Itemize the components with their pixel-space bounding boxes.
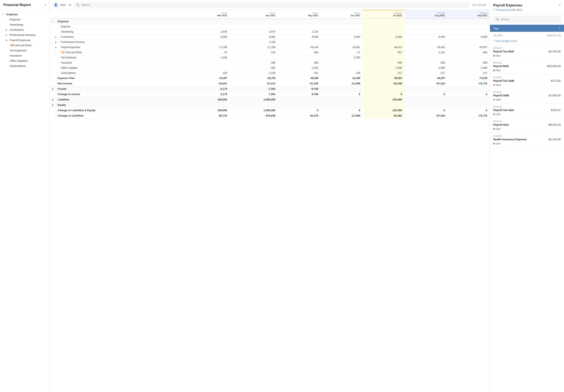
sidebar-item-subscriptions[interactable]: ≡ Subscriptions [0,63,49,69]
table-row-expense-section[interactable]: ▾ ≡ Expense [50,19,490,24]
sidebar-item-office-supplies[interactable]: ≡ Office Supplies [0,58,49,63]
sidebar-item-professional-services[interactable]: ▶ ≡ Professional Services [0,32,49,38]
row-label-text: Equity [58,103,66,106]
item-label: Insurance [10,54,22,57]
sidebar-item-food-drink[interactable]: ≡ 🍕 Food and Drink [0,43,49,48]
table-row-advertising-row[interactable]: ≡ Advertising -2,635-2,874-2,134 [50,29,490,34]
sidebar-item-contractors[interactable]: ▶ ≡ Contractors [0,27,49,32]
expand-icon[interactable]: ▾ [52,20,55,23]
expand-icon[interactable]: ▶ [6,29,9,31]
row-label-text: Assets [58,87,67,90]
table-row-change-cashflow-row[interactable]: ≡ Change in Cashflow 80,733976,049-42,47… [50,113,490,118]
row-label-payroll-expenses-row: ▶ ≡ Payroll Expenses [50,45,188,50]
transaction-item-6[interactable]: 07/31/21 Health Insurance Expense -$2,10… [490,133,564,147]
table-row-tax-expenses-row[interactable]: ≡ Tax Expenses -1,600-2,000 [50,55,490,60]
item-label: Contractors [10,28,24,31]
cell-change-cashflow-row-col0: 80,733 [188,113,230,118]
search-bar[interactable]: 🔍 Search [74,2,470,8]
table-row-assets-row[interactable]: ▶ ≡ Assets -5,174-7,363-8,756 [50,86,490,92]
row-label-expense-child-row: ≡ Expense [50,24,188,29]
table-row-contractors-row[interactable]: ▶ ≡ Contractors -8,000-8,000-6,000-2,000… [50,34,490,40]
table-row-equity-row[interactable]: ▶ ≡ Equity [50,102,490,108]
panel-close-button[interactable]: × [559,3,561,7]
table-row-insurance-row[interactable]: ≡ Insurance -595-595-595-595-595 [50,60,490,65]
panel-date-amount: -$46,812.50 [547,34,561,37]
drag-handle: ≡ [56,88,57,90]
col-header-aug2021[interactable]: PlannedAug 2021 [405,10,447,19]
transaction-item-0[interactable]: 07/31/21 Payroll Tax R&D -$2,375.00 R&D [490,45,564,59]
item-icon: 🍕 [10,44,13,47]
table-row-professional-services-row[interactable]: ▶ ≡ Professional Services -2,100 [50,40,490,45]
cell-net-income-row-col2: -51,235 [278,81,321,86]
table-row-change-assets-row[interactable]: ≡ Change in Assets 5,1747,3638,7560000 [50,92,490,97]
table-row-office-supplies-row[interactable]: ≡ Office Supplies -982-3,282-2,000-2,000… [50,65,490,70]
cell-professional-services-row-col0 [188,40,230,45]
table-row-expense-child-row[interactable]: ≡ Expense [50,24,490,29]
expand-icon[interactable]: ▶ [55,41,58,43]
cell-change-liab-equity-row-col0: 100,000 [188,108,230,113]
sidebar-item-advertising[interactable]: ≡ Advertising [0,22,49,27]
table-row-net-income-row[interactable]: ≡ Net Income -24,441-31,314-51,235-21,05… [50,81,490,86]
col-header-mar2021[interactable]: ActualMar 2021 [188,10,230,19]
col-header-sep2021[interactable]: PlannedSep 2021 [447,10,490,19]
tx-amount: -$8,333.33 [548,123,561,126]
transaction-item-4[interactable]: 07/31/21 Payroll Tax G&A -$791.67 G&A [490,103,564,118]
transaction-item-1[interactable]: 07/31/21 Payroll R&D -$25,000.00 R&D [490,59,564,74]
expand-icon[interactable]: ▶ [52,88,55,90]
panel-tags-add-button[interactable]: + [559,27,561,30]
table-row-food-drink-row[interactable]: ≡ 🍕 Food and Drink -37-133-909-27-957-1,… [50,50,490,55]
tx-tag-label: S&M [496,98,501,101]
cell-insurance-row-col6: -595 [447,60,490,65]
transaction-item-3[interactable]: 07/31/21 Payroll S&M -$7,500.00 S&M [490,89,564,103]
sidebar-chevron-icon[interactable]: ▾ [45,3,46,6]
cell-net-income-row-col5: -67,243 [405,81,447,86]
table-row-subscriptions-row[interactable]: ≡ Subscriptions -229-2,235-241-149-217-2… [50,70,490,76]
expand-icon[interactable]: ▶ [55,46,58,48]
results-count: 411 Results [472,3,486,6]
table-row-change-liab-equity-row[interactable]: ≡ Change in Liabilities & Equity 100,000… [50,108,490,113]
sidebar-item-payroll-expenses[interactable]: ▶ ≡ Payroll Expenses [0,38,49,43]
transaction-item-5[interactable]: 07/31/21 Payroll G&A -$8,333.33 G&A [490,118,564,133]
expand-icon[interactable]: ▶ [6,34,9,36]
expand-icon[interactable]: ▶ [6,39,9,41]
new-budget-entry-button[interactable]: + New Budget Entry [493,39,517,42]
cell-equity-row-col2 [278,102,321,108]
col-header-jul2021[interactable]: PlannedJul 2021 [363,10,405,19]
cell-payroll-expenses-row-col3: -16,881 [321,45,363,50]
col-date: Aug 2021 [407,14,445,17]
expand-icon[interactable]: ▾ [2,13,5,15]
cell-insurance-row-col1: -595 [230,60,278,65]
col-header-may2021[interactable]: ActualMay 2021 [278,10,321,19]
table-row-payroll-expenses-row[interactable]: ▶ ≡ Payroll Expenses -11,786-11,786-35,4… [50,45,490,50]
cell-expense-section-col4 [363,19,405,24]
sidebar-item-expense-root[interactable]: ▾ ≡ Expense [0,12,49,17]
transaction-item-2[interactable]: 07/31/21 Payroll Tax S&M -$712.50 S&M [490,74,564,89]
sidebar-item-insurance[interactable]: ≡ Insurance [0,53,49,58]
cell-net-income-row-col1: -31,314 [230,81,278,86]
cell-change-assets-row-col3: 0 [321,92,363,97]
cell-expense-total-row-col0: -24,287 [188,76,230,81]
table-row-expense-total-row[interactable]: ≡ Expense Total -24,287-28,705-48,596-21… [50,76,490,81]
col-type: Planned [450,12,487,14]
sidebar-item-tax-expenses[interactable]: ≡ Tax Expenses [0,48,49,53]
cell-tax-expenses-row-col3: -2,000 [321,55,363,60]
expand-icon[interactable]: ▶ [52,104,55,106]
row-label-text: Expense [58,20,69,23]
col-header-apr2021[interactable]: ActualApr 2021 [230,10,278,19]
cell-expense-section-col5 [405,19,447,24]
col-header-label[interactable] [50,10,188,19]
col-header-jun2021[interactable]: ActualJun 2021 [321,10,363,19]
expand-icon[interactable]: ▶ [52,98,55,101]
cell-contractors-row-col1: -8,000 [230,34,278,40]
table-row-liabilites-row[interactable]: ▶ ≡ Liabilites 100,0001,000,000125,000 [50,97,490,102]
sidebar-item-expense-child[interactable]: ≡ Expense [0,17,49,22]
tx-name: Health Insurance Expense -$2,100.00 [493,138,561,141]
panel-search-box[interactable]: 🔍 Search [493,16,561,23]
cell-advertising-row-col3 [321,29,363,34]
cell-insurance-row-col4: -595 [363,60,405,65]
expand-icon[interactable]: ▶ [55,36,58,38]
gear-icon[interactable]: ⚙ [69,3,71,7]
tx-date: 07/31/21 [493,135,561,137]
tx-amount: -$2,375.00 [548,50,561,53]
cell-expense-child-row-col5 [405,24,447,29]
